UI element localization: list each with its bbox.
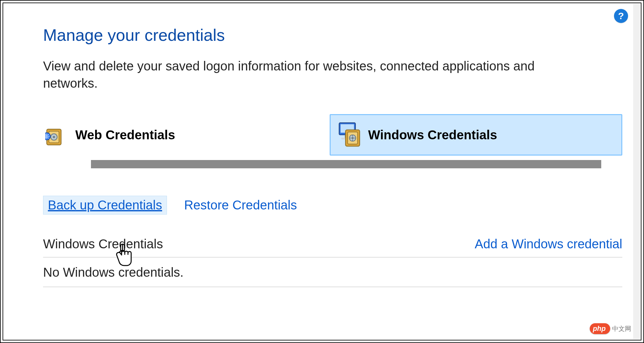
- page-title: Manage your credentials: [43, 26, 622, 45]
- backup-credentials-link[interactable]: Back up Credentials: [43, 196, 167, 215]
- tab-underline-fill: [91, 160, 601, 168]
- credential-type-tabs: Web Credentials: [43, 114, 622, 156]
- add-windows-credential-link[interactable]: Add a Windows credential: [475, 237, 622, 251]
- watermark-suffix: 中文网: [612, 325, 631, 333]
- help-icon: ?: [618, 11, 624, 21]
- tab-underline-track: [43, 157, 622, 171]
- no-credentials-message: No Windows credentials.: [43, 258, 622, 287]
- tab-windows-label: Windows Credentials: [368, 128, 497, 142]
- content-frame: ? Manage your credentials View and delet…: [3, 3, 641, 340]
- tab-web-credentials[interactable]: Web Credentials: [43, 114, 330, 156]
- credential-action-links: Back up Credentials Restore Credentials: [43, 196, 622, 215]
- page-subtitle: View and delete your saved logon informa…: [43, 57, 586, 92]
- tab-web-label: Web Credentials: [75, 128, 175, 142]
- web-vault-icon: [44, 122, 70, 148]
- watermark-brand: php: [593, 325, 606, 333]
- svg-point-12: [351, 137, 354, 139]
- restore-credentials-link[interactable]: Restore Credentials: [180, 196, 302, 214]
- section-heading: Windows Credentials: [43, 237, 163, 251]
- windows-credentials-section-header: Windows Credentials Add a Windows creden…: [43, 237, 622, 258]
- svg-point-3: [53, 136, 55, 138]
- window-frame: ? Manage your credentials View and delet…: [0, 0, 644, 343]
- tab-windows-credentials[interactable]: Windows Credentials: [330, 114, 623, 156]
- watermark-badge: php: [590, 323, 610, 334]
- help-button[interactable]: ?: [614, 9, 628, 23]
- watermark: php 中文网: [590, 323, 631, 334]
- windows-vault-icon: [337, 122, 363, 148]
- main-content: Manage your credentials View and delete …: [43, 26, 622, 287]
- vertical-scrollbar[interactable]: [633, 4, 640, 339]
